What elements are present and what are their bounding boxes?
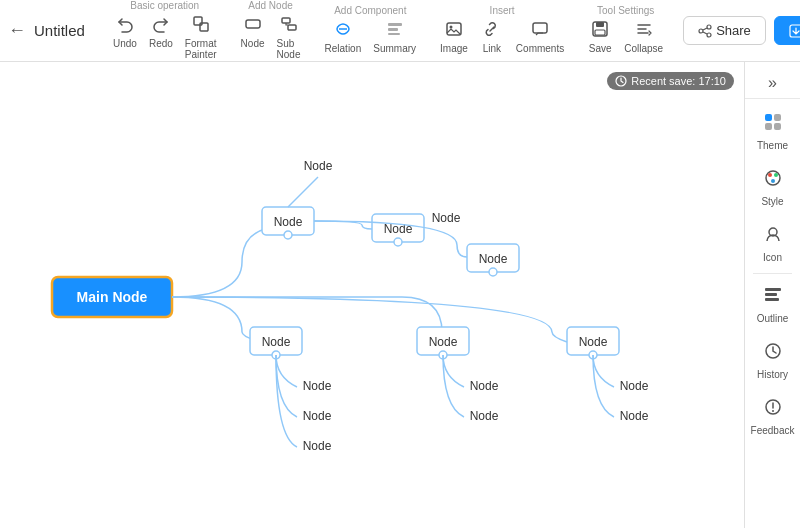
share-button[interactable]: Share <box>683 16 766 45</box>
save-button[interactable]: Save <box>584 18 616 56</box>
redo-button[interactable]: Redo <box>145 13 177 62</box>
svg-rect-3 <box>282 18 290 23</box>
undo-label: Undo <box>113 38 137 49</box>
icon-icon <box>762 223 784 250</box>
recent-save-badge: Recent save: 17:10 <box>607 72 734 90</box>
relation-button[interactable]: Relation <box>321 18 366 56</box>
clock-icon <box>615 75 627 87</box>
svg-text:Node: Node <box>470 409 499 423</box>
share-label: Share <box>716 23 751 38</box>
svg-rect-4 <box>288 25 296 30</box>
svg-rect-49 <box>765 123 772 130</box>
collapse-icon <box>635 20 653 42</box>
svg-rect-57 <box>765 293 777 296</box>
sub-node-button[interactable]: Sub Node <box>273 13 305 62</box>
sidebar-style-label: Style <box>761 196 783 207</box>
image-button[interactable]: Image <box>436 18 472 56</box>
svg-rect-56 <box>765 288 781 291</box>
sidebar-collapse-button[interactable]: » <box>745 68 800 99</box>
svg-text:Node: Node <box>620 409 649 423</box>
node-button[interactable]: Node <box>237 13 269 62</box>
header: ← Untitled Basic operation Undo Redo <box>0 0 800 62</box>
sidebar-item-outline[interactable]: Outline <box>745 276 800 332</box>
svg-point-14 <box>707 25 711 29</box>
svg-point-15 <box>699 29 703 33</box>
svg-rect-12 <box>596 22 604 27</box>
sidebar-outline-label: Outline <box>757 313 789 324</box>
svg-point-54 <box>771 179 775 183</box>
sidebar-divider <box>753 273 792 274</box>
svg-text:Node: Node <box>303 409 332 423</box>
svg-point-9 <box>449 26 452 29</box>
link-icon <box>483 20 501 42</box>
svg-text:Node: Node <box>262 335 291 349</box>
svg-text:Node: Node <box>274 215 303 229</box>
svg-rect-2 <box>246 20 260 28</box>
save-icon <box>591 20 609 42</box>
toolbar-group-addnode: Add Node Node Sub Node <box>237 0 305 62</box>
header-right: Share Export <box>683 16 800 45</box>
svg-text:Node: Node <box>432 211 461 225</box>
sidebar-item-icon[interactable]: Icon <box>745 215 800 271</box>
toolbar-basic-buttons: Undo Redo Format Painter <box>109 13 221 62</box>
svg-rect-5 <box>388 23 402 26</box>
sidebar-item-style[interactable]: Style <box>745 159 800 215</box>
svg-rect-10 <box>533 23 547 33</box>
undo-icon <box>116 15 134 37</box>
collapse-label: Collapse <box>624 43 663 54</box>
svg-text:Node: Node <box>470 379 499 393</box>
svg-text:Node: Node <box>304 159 333 173</box>
image-icon <box>445 20 463 42</box>
svg-rect-47 <box>765 114 772 121</box>
summary-label: Summary <box>373 43 416 54</box>
sidebar-theme-label: Theme <box>757 140 788 151</box>
sidebar-item-theme[interactable]: Theme <box>745 103 800 159</box>
link-button[interactable]: Link <box>476 18 508 56</box>
svg-text:Node: Node <box>579 335 608 349</box>
canvas[interactable]: Recent save: 17:10 Main Node Node Node N… <box>0 62 744 528</box>
toolbar-group-basic: Basic operation Undo Redo Format Painter <box>109 0 221 62</box>
feedback-icon <box>762 396 784 423</box>
svg-rect-58 <box>765 298 779 301</box>
toolbar-group-tools: Tool Settings Save Collapse <box>584 5 667 56</box>
toolbar-group-addnode-label: Add Node <box>248 0 292 11</box>
format-painter-label: Format Painter <box>185 38 217 60</box>
chevron-right-icon: » <box>768 74 777 92</box>
format-painter-button[interactable]: Format Painter <box>181 13 221 62</box>
node-label: Node <box>241 38 265 49</box>
svg-point-26 <box>394 238 402 246</box>
collapse-button[interactable]: Collapse <box>620 18 667 56</box>
export-icon <box>789 24 800 38</box>
sub-node-icon <box>280 15 298 37</box>
svg-point-53 <box>774 173 778 177</box>
sidebar-history-label: History <box>757 369 788 380</box>
svg-text:Node: Node <box>303 379 332 393</box>
undo-button[interactable]: Undo <box>109 13 141 62</box>
link-label: Link <box>483 43 501 54</box>
toolbar-group-insert: Insert Image Link Comments <box>436 5 568 56</box>
comments-button[interactable]: Comments <box>512 18 568 56</box>
svg-text:Node: Node <box>429 335 458 349</box>
toolbar-group-basic-label: Basic operation <box>130 0 199 11</box>
main-node-text: Main Node <box>77 289 148 305</box>
svg-text:Node: Node <box>620 379 649 393</box>
sidebar-icon-label: Icon <box>763 252 782 263</box>
back-button[interactable]: ← <box>8 20 26 41</box>
summary-button[interactable]: Summary <box>369 18 420 56</box>
summary-icon <box>386 20 404 42</box>
svg-rect-13 <box>595 30 605 35</box>
export-button[interactable]: Export <box>774 16 800 45</box>
sidebar-item-feedback[interactable]: Feedback <box>745 388 800 444</box>
page-title: Untitled <box>34 22 85 39</box>
recent-save-text: Recent save: 17:10 <box>631 75 726 87</box>
node-icon <box>244 15 262 37</box>
toolbar-group-tools-label: Tool Settings <box>597 5 654 16</box>
toolbar-tools-buttons: Save Collapse <box>584 18 667 56</box>
main-area: Recent save: 17:10 Main Node Node Node N… <box>0 62 800 528</box>
sidebar-item-history[interactable]: History <box>745 332 800 388</box>
comments-icon <box>531 20 549 42</box>
sidebar-feedback-label: Feedback <box>751 425 795 436</box>
toolbar-addnode-buttons: Node Sub Node <box>237 13 305 62</box>
svg-point-30 <box>489 268 497 276</box>
format-painter-icon <box>192 15 210 37</box>
